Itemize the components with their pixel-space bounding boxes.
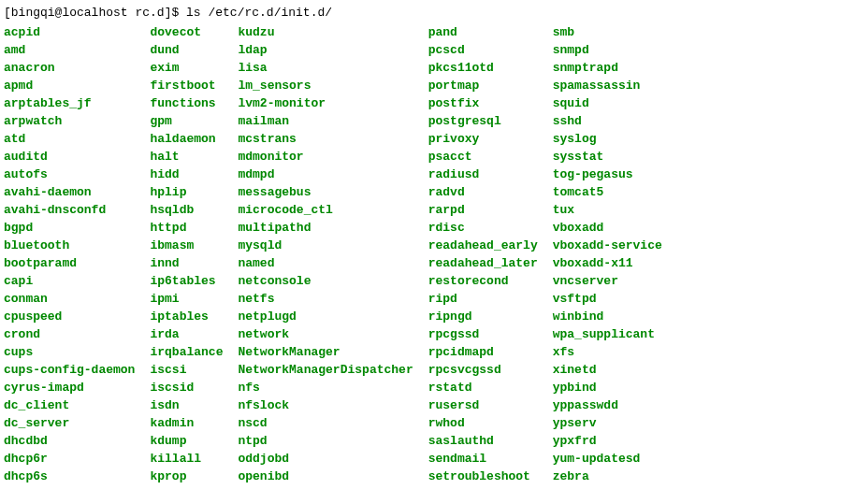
listing-entry: ypserv [553,414,677,432]
listing-entry: mdmpd [238,166,428,183]
listing-entry: firstboot [150,77,238,94]
listing-entry: rarpd [428,201,553,219]
listing-entry: autofs [4,166,150,183]
listing-entry: squid [553,94,677,112]
listing-entry: rpcgssd [428,325,553,343]
listing-column-4: smbsnmpdsnmptrapdspamassassinsquidsshdsy… [553,23,677,485]
listing-entry: rdisc [428,219,553,237]
listing-entry: iscsi [150,361,238,379]
listing-entry: mailman [238,112,428,130]
listing-column-3: pandpcscdpkcs11otdportmappostfixpostgres… [428,23,553,485]
listing-entry: apmd [4,77,150,94]
listing-entry: netplugd [238,308,428,325]
listing-entry: radvd [428,183,553,201]
listing-entry: setroubleshoot [428,468,553,485]
listing-entry: messagebus [238,183,428,201]
listing-entry: mdmonitor [238,148,428,166]
listing-entry: ripngd [428,308,553,325]
listing-entry: cpuspeed [4,308,150,325]
listing-column-1: dovecotdundeximfirstbootfunctionsgpmhald… [150,23,238,485]
listing-entry: iscsid [150,379,238,396]
listing-entry: nfs [238,379,428,396]
listing-entry: hplip [150,183,238,201]
listing-entry: lvm2-monitor [238,94,428,112]
listing-entry: rpcidmapd [428,343,553,361]
listing-entry: kdump [150,432,238,450]
listing-entry: postgresql [428,112,553,130]
listing-entry: privoxy [428,130,553,148]
listing-entry: iptables [150,308,238,325]
listing-entry: exim [150,59,238,77]
listing-entry: restorecond [428,272,553,290]
listing-entry: anacron [4,59,150,77]
listing-entry: wpa_supplicant [553,325,677,343]
listing-entry: cyrus-imapd [4,379,150,396]
listing-entry: tog-pegasus [553,166,677,183]
listing-entry: ibmasm [150,237,238,254]
listing-entry: innd [150,254,238,272]
listing-entry: functions [150,94,238,112]
listing-entry: vboxadd-x11 [553,254,677,272]
listing-entry: killall [150,450,238,468]
listing-entry: rusersd [428,396,553,414]
listing-entry: portmap [428,77,553,94]
listing-entry: irda [150,325,238,343]
listing-entry: crond [4,325,150,343]
listing-entry: xfs [553,343,677,361]
listing-entry: tomcat5 [553,183,677,201]
listing-entry: atd [4,130,150,148]
listing-entry: dc_server [4,414,150,432]
listing-entry: isdn [150,396,238,414]
listing-entry: kprop [150,468,238,485]
listing-entry: dovecot [150,23,238,41]
listing-entry: avahi-dnsconfd [4,201,150,219]
listing-entry: netfs [238,290,428,308]
listing-entry: named [238,254,428,272]
listing-entry: sshd [553,112,677,130]
listing-entry: arptables_jf [4,94,150,112]
listing-entry: multipathd [238,219,428,237]
listing-entry: ip6tables [150,272,238,290]
listing-column-2: kudzuldaplisalm_sensorslvm2-monitormailm… [238,23,428,485]
listing-entry: netconsole [238,272,428,290]
listing-entry: haldaemon [150,130,238,148]
listing-entry: vsftpd [553,290,677,308]
listing-entry: readahead_later [428,254,553,272]
listing-entry: acpid [4,23,150,41]
listing-entry: vboxadd [553,219,677,237]
listing-entry: kudzu [238,23,428,41]
listing-entry: dund [150,41,238,59]
listing-entry: openibd [238,468,428,485]
listing-entry: dhcdbd [4,432,150,450]
listing-entry: amd [4,41,150,59]
listing-entry: ypxfrd [553,432,677,450]
listing-entry: oddjobd [238,450,428,468]
listing-entry: vncserver [553,272,677,290]
listing-entry: gpm [150,112,238,130]
listing-entry: bgpd [4,219,150,237]
listing-entry: pkcs11otd [428,59,553,77]
listing-entry: cups [4,343,150,361]
listing-entry: syslog [553,130,677,148]
directory-listing: acpidamdanacronapmdarptables_jfarpwatcha… [4,23,851,485]
listing-entry: hsqldb [150,201,238,219]
listing-entry: dhcp6r [4,450,150,468]
listing-entry: spamassassin [553,77,677,94]
listing-entry: pcscd [428,41,553,59]
listing-entry: snmptrapd [553,59,677,77]
listing-entry: httpd [150,219,238,237]
listing-entry: saslauthd [428,432,553,450]
listing-entry: rstatd [428,379,553,396]
listing-entry: ypbind [553,379,677,396]
listing-entry: dhcp6s [4,468,150,485]
listing-entry: nscd [238,414,428,432]
listing-entry: zebra [553,468,677,485]
listing-entry: NetworkManager [238,343,428,361]
listing-entry: avahi-daemon [4,183,150,201]
listing-entry: rpcsvcgssd [428,361,553,379]
listing-entry: dc_client [4,396,150,414]
listing-entry: snmpd [553,41,677,59]
listing-entry: network [238,325,428,343]
listing-entry: bootparamd [4,254,150,272]
listing-entry: NetworkManagerDispatcher [238,361,428,379]
